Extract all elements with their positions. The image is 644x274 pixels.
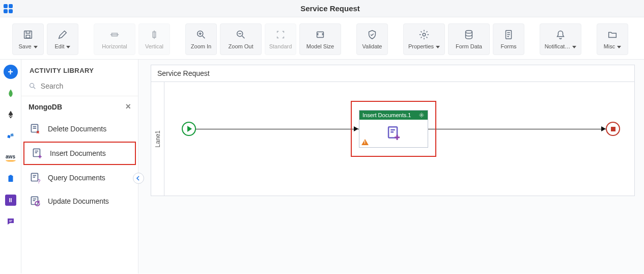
rail-ii-icon[interactable]: II: [4, 193, 18, 207]
zoom-in-label: Zoom In: [191, 43, 211, 49]
form-data-label: Form Data: [456, 43, 482, 49]
search-row: [21, 78, 138, 96]
zoom-out-button[interactable]: Zoom Out: [220, 23, 262, 55]
svg-rect-11: [10, 133, 13, 136]
bell-icon: [555, 29, 566, 40]
search-icon: [29, 81, 37, 91]
clipboard-icon: [6, 174, 15, 183]
edit-button[interactable]: Edit: [47, 23, 78, 55]
node-header: Insert Documents.1: [359, 111, 428, 120]
svg-rect-10: [7, 135, 10, 138]
form-data-button[interactable]: Form Data: [448, 23, 490, 55]
zoom-in-button[interactable]: Zoom In: [185, 23, 217, 55]
doc-query-icon: ?: [29, 171, 42, 184]
svg-point-20: [421, 115, 423, 116]
rail-blocks-icon[interactable]: [4, 129, 18, 143]
svg-rect-13: [9, 175, 12, 177]
gear-icon[interactable]: [418, 112, 425, 118]
rail-ethereum-icon[interactable]: [4, 107, 18, 122]
toolbar: Save Edit Horizontal Vertical Zoom In Zo…: [0, 17, 644, 60]
arrow-icon: [601, 126, 606, 131]
chat-icon: [6, 217, 15, 226]
align-vertical-label: Vertical: [145, 43, 163, 49]
svg-rect-0: [24, 31, 32, 39]
shield-check-icon: [367, 29, 378, 40]
svg-point-14: [30, 84, 34, 88]
folder-icon: [607, 29, 618, 40]
activity-query-documents[interactable]: ? Query Documents: [21, 166, 138, 189]
svg-point-8: [466, 31, 472, 34]
align-horizontal-label: Horizontal: [102, 43, 127, 49]
rail-mongodb-icon[interactable]: [4, 86, 18, 100]
page-title: Service Request: [16, 4, 644, 13]
notifications-label: Notificat…: [545, 43, 571, 49]
align-vertical-button: Vertical: [138, 23, 170, 55]
end-node[interactable]: [606, 122, 620, 136]
zoom-in-icon: [195, 29, 207, 40]
svg-rect-1: [26, 35, 30, 38]
validate-button[interactable]: Validate: [356, 23, 388, 55]
properties-button[interactable]: Properties: [403, 23, 445, 55]
pencil-icon: [57, 29, 68, 40]
activity-update-documents[interactable]: Update Documents: [21, 189, 138, 213]
doc-delete-icon: [29, 122, 42, 135]
activity-label: Query Documents: [48, 174, 105, 182]
chevron-left-icon: [136, 176, 141, 181]
misc-label: Misc: [604, 43, 615, 49]
group-header: MongoDB ×: [21, 96, 138, 117]
blocks-icon: [6, 131, 15, 141]
lane-label[interactable]: Lane1: [151, 82, 164, 196]
activity-insert-documents[interactable]: Insert Documents: [23, 142, 136, 165]
add-button[interactable]: +: [4, 65, 18, 79]
insert-documents-node[interactable]: Insert Documents.1: [359, 110, 428, 148]
apps-icon[interactable]: [0, 1, 16, 17]
rail-clipboard-icon[interactable]: [4, 172, 18, 186]
sidebar-heading: ACTIVITY LIBRARY: [21, 60, 138, 78]
gear-icon: [418, 29, 430, 40]
save-icon: [22, 29, 34, 40]
rail-aws-icon[interactable]: aws: [4, 150, 18, 165]
model-size-label: Model Size: [306, 43, 334, 49]
doc-insert-icon: [31, 147, 44, 160]
warning-icon: [361, 139, 369, 145]
left-rail: + aws II: [0, 60, 21, 273]
top-bar: Service Request: [0, 0, 644, 17]
doc-update-icon: [29, 195, 42, 208]
node-highlight: Insert Documents.1: [351, 101, 436, 157]
zoom-standard-label: Standard: [269, 43, 292, 49]
svg-point-7: [423, 33, 426, 36]
lane-body[interactable]: Insert Documents.1: [164, 82, 634, 196]
expand-icon: [315, 29, 326, 40]
search-input[interactable]: [41, 82, 131, 90]
activity-label: Insert Documents: [50, 149, 106, 157]
save-label: Save: [18, 43, 31, 49]
rail-chat-icon[interactable]: [4, 214, 18, 229]
process-canvas[interactable]: Service Request Lane1 Insert Documents.1: [151, 65, 635, 196]
node-title: Insert Documents.1: [362, 112, 411, 118]
database-icon: [463, 29, 474, 40]
svg-text:?: ?: [37, 178, 40, 184]
activity-library-panel: ACTIVITY LIBRARY MongoDB × Delete Docume…: [21, 60, 138, 273]
diamond-icon: [6, 110, 15, 119]
forms-button[interactable]: Forms: [493, 23, 524, 55]
save-button[interactable]: Save: [12, 23, 44, 55]
close-icon[interactable]: ×: [125, 101, 131, 112]
align-horizontal-button: Horizontal: [94, 23, 135, 55]
validate-label: Validate: [362, 43, 382, 49]
doc-insert-icon: [385, 125, 402, 142]
zoom-standard-button: Standard: [265, 23, 296, 55]
edit-label: Edit: [55, 43, 65, 49]
activity-delete-documents[interactable]: Delete Documents: [21, 117, 138, 141]
misc-button[interactable]: Misc: [597, 23, 628, 55]
notifications-button[interactable]: Notificat…: [540, 23, 581, 55]
model-size-button[interactable]: Model Size: [299, 23, 341, 55]
canvas-title: Service Request: [151, 65, 634, 82]
main: + aws II ACTIVITY LIBRARY MongoDB ×: [0, 60, 644, 273]
group-name: MongoDB: [29, 103, 62, 111]
node-body: [359, 120, 428, 147]
activity-label: Update Documents: [48, 197, 109, 205]
zoom-out-icon: [235, 29, 246, 40]
start-node[interactable]: [182, 122, 196, 136]
frame-icon: [275, 29, 286, 40]
collapse-sidebar-button[interactable]: [133, 173, 144, 184]
